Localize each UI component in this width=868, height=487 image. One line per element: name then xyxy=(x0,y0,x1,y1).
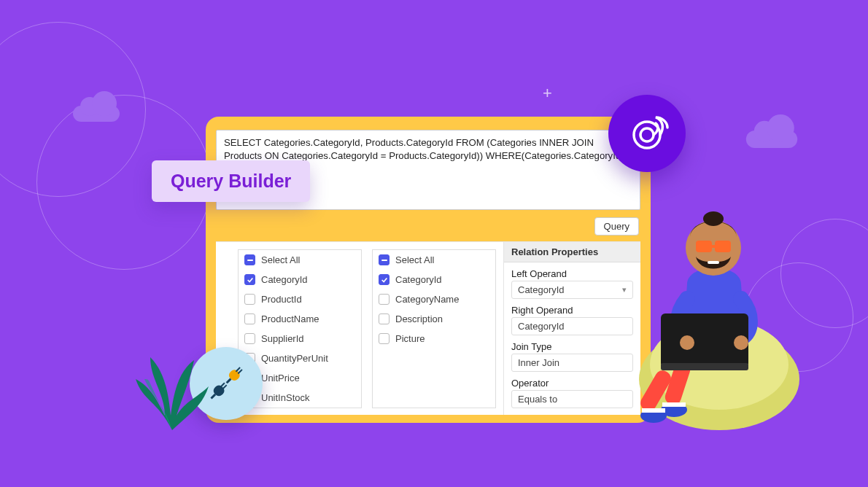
right-column-list[interactable]: Select All CategoryId CategoryName Descr… xyxy=(372,249,496,408)
column-item[interactable]: CategoryId xyxy=(239,270,361,289)
column-label: CategoryId xyxy=(261,274,308,285)
plant-illustration xyxy=(128,335,216,430)
right-operand-input[interactable]: CategoryId xyxy=(511,317,633,335)
cloud-icon xyxy=(73,106,120,122)
plus-icon: + xyxy=(543,84,552,103)
checkbox-icon[interactable] xyxy=(379,333,390,344)
column-item[interactable]: SupplierId xyxy=(239,329,361,348)
column-label: SupplierId xyxy=(261,333,304,344)
svg-point-23 xyxy=(703,211,724,226)
column-label: CategoryName xyxy=(395,294,459,305)
svg-rect-17 xyxy=(662,402,686,407)
svg-point-20 xyxy=(680,335,694,350)
blazor-logo-icon xyxy=(608,95,686,172)
select-all-row[interactable]: Select All xyxy=(239,250,361,270)
svg-line-5 xyxy=(227,379,231,383)
column-label: ProductName xyxy=(261,313,319,324)
checkbox-icon[interactable] xyxy=(244,313,255,324)
columns-area: Select All CategoryId ProductId ProductN… xyxy=(216,241,640,415)
checkbox-icon[interactable] xyxy=(244,333,255,344)
column-label: Picture xyxy=(395,333,425,344)
column-item[interactable]: ProductId xyxy=(239,289,361,309)
column-item[interactable]: ProductName xyxy=(239,309,361,329)
right-operand-value: CategoryId xyxy=(518,321,565,332)
svg-point-1 xyxy=(640,128,654,141)
checkbox-indeterminate-icon[interactable] xyxy=(244,254,255,265)
query-builder-title: Query Builder xyxy=(152,160,310,202)
checkbox-checked-icon[interactable] xyxy=(379,274,390,285)
cloud-icon xyxy=(746,130,797,148)
select-all-label: Select All xyxy=(395,254,434,265)
checkbox-icon[interactable] xyxy=(379,294,390,305)
checkbox-indeterminate-icon[interactable] xyxy=(379,254,390,265)
svg-rect-16 xyxy=(642,408,665,413)
checkbox-checked-icon[interactable] xyxy=(244,274,255,285)
column-label: UnitPrice xyxy=(261,373,300,383)
svg-rect-24 xyxy=(696,241,712,252)
svg-rect-25 xyxy=(715,241,731,252)
svg-rect-19 xyxy=(661,363,748,370)
column-label: ProductId xyxy=(261,294,302,305)
checkbox-icon[interactable] xyxy=(244,294,255,305)
column-item[interactable]: CategoryName xyxy=(373,289,495,309)
svg-rect-26 xyxy=(712,245,715,248)
column-label: CategoryId xyxy=(395,274,442,285)
person-illustration xyxy=(617,197,807,430)
left-operand-label: Left Operand xyxy=(511,265,633,281)
svg-rect-27 xyxy=(708,261,719,264)
left-operand-value: CategoryId xyxy=(518,284,565,295)
select-all-row[interactable]: Select All xyxy=(373,250,495,270)
join-type-input[interactable]: Inner Join xyxy=(511,354,633,372)
column-label: UnitInStock xyxy=(261,392,309,403)
join-type-value: Inner Join xyxy=(518,357,559,368)
column-item[interactable]: Description xyxy=(373,309,495,329)
right-operand-label: Right Operand xyxy=(511,302,633,317)
select-all-label: Select All xyxy=(261,254,300,265)
operator-input[interactable]: Equals to xyxy=(511,390,633,408)
column-item[interactable]: Picture xyxy=(373,329,495,348)
column-item[interactable]: CategoryId xyxy=(373,270,495,289)
column-label: Description xyxy=(395,313,443,324)
left-operand-select[interactable]: CategoryId ▾ xyxy=(511,281,633,299)
operator-label: Operator xyxy=(511,375,633,390)
operator-value: Equals to xyxy=(518,394,557,405)
column-label: QuantityPerUnit xyxy=(261,353,328,364)
join-type-label: Join Type xyxy=(511,338,633,354)
svg-point-21 xyxy=(734,335,748,350)
checkbox-icon[interactable] xyxy=(379,313,390,324)
